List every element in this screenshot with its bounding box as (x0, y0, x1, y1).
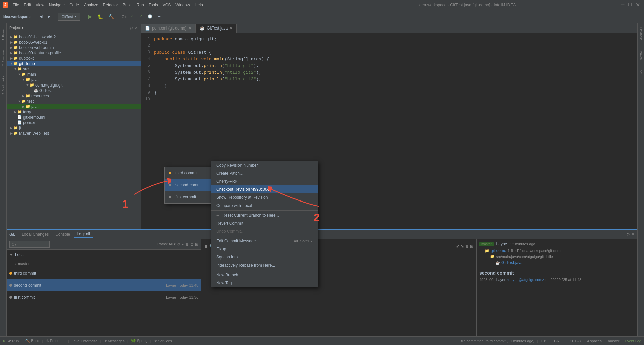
ctx-interactive-rebase-label: Interactively Rebase from Here... (216, 263, 275, 268)
ctx-dot-second (169, 184, 171, 186)
ctx-checkout-revision[interactable]: Checkout Revision '4998c00c' (211, 185, 318, 193)
ctx-new-branch-label: New Branch... (216, 273, 241, 277)
ctx-reset-icon: ↩ (216, 213, 220, 218)
ctx-dot-third (169, 172, 171, 174)
ctx-dot-first (169, 196, 171, 198)
ctx-label-third: third commit (175, 171, 197, 175)
ctx-sep-2 (211, 236, 318, 236)
ctx-fixup[interactable]: Fixup... (211, 245, 318, 253)
ctx-copy-revision-label: Copy Revision Number (216, 163, 258, 168)
ctx-reset-label: Reset Current Branch to Here... (222, 213, 279, 218)
ctx-revert-label: Revert Commit (216, 221, 243, 226)
ctx-sep-1 (211, 210, 318, 211)
ctx-undo-commit[interactable]: Undo Commit... (211, 227, 318, 235)
ctx-show-repo-label: Show Repository at Revision (216, 195, 268, 200)
ctx-cherry-pick-label: Cherry-Pick (216, 179, 237, 184)
ctx-new-tag-label: New Tag... (216, 281, 235, 285)
ctx-new-branch[interactable]: New Branch... (211, 271, 318, 279)
ctx-compare-local[interactable]: Compare with Local (211, 202, 318, 210)
ctx-checkout-revision-label: Checkout Revision '4998c00c' (216, 187, 270, 192)
ctx-compare-local-label: Compare with Local (216, 203, 252, 208)
ctx-sep-3 (211, 270, 318, 270)
ctx-label-first: first commit (175, 195, 196, 199)
ctx-create-patch-label: Create Patch... (216, 171, 243, 176)
ctx-undo-label: Undo Commit... (216, 229, 244, 234)
ctx-squash[interactable]: Squash Into... (211, 253, 318, 261)
ctx-edit-commit-msg[interactable]: Edit Commit Message... Alt+Shift+R (211, 237, 318, 245)
ctx-reset-branch[interactable]: ↩ Reset Current Branch to Here... (211, 211, 318, 219)
ctx-copy-revision[interactable]: Copy Revision Number (211, 161, 318, 169)
ctx-edit-commit-label: Edit Commit Message... (216, 239, 259, 243)
ctx-revert-commit[interactable]: Revert Commit (211, 219, 318, 227)
ctx-new-tag[interactable]: New Tag... (211, 279, 318, 287)
ctx-fixup-label: Fixup... (216, 247, 229, 251)
ctx-label-second: second commit (175, 183, 203, 187)
ctx-interactive-rebase[interactable]: Interactively Rebase from Here... (211, 261, 318, 269)
context-menu-overlay[interactable]: third commit second commit first commit … (0, 0, 644, 345)
ctx-edit-shortcut: Alt+Shift+R (293, 239, 312, 243)
right-context-menu: Copy Revision Number Create Patch... Che… (211, 161, 318, 287)
ctx-squash-label: Squash Into... (216, 255, 241, 260)
ctx-cherry-pick[interactable]: Cherry-Pick (211, 177, 318, 185)
ctx-create-patch[interactable]: Create Patch... (211, 169, 318, 177)
ctx-show-repo[interactable]: Show Repository at Revision (211, 193, 318, 202)
